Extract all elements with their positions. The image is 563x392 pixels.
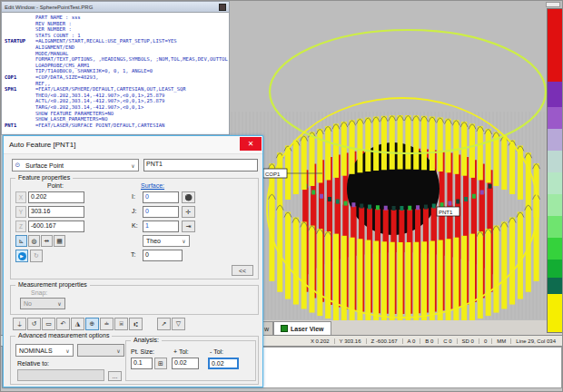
scan-bar-yellow bbox=[430, 241, 435, 320]
undo-path-button[interactable]: ↺ bbox=[27, 318, 41, 330]
program-code-area[interactable]: PART NAME : sssREV NUMBER :SER NUMBER :S… bbox=[2, 13, 229, 135]
normal-vector-icon[interactable]: ⚫ bbox=[182, 191, 195, 203]
scan-bar-yellow bbox=[390, 115, 395, 170]
code-line: SHOW_LASER_PARAMETERS=NO bbox=[5, 116, 229, 122]
point-z-input[interactable]: -600.167 bbox=[28, 220, 84, 232]
deviation-marker bbox=[360, 204, 363, 209]
point-x-input[interactable]: 0.202 bbox=[28, 191, 84, 203]
sequence-button[interactable]: ⑆ bbox=[129, 318, 143, 330]
minus-tol-input[interactable]: 0.02 bbox=[208, 358, 239, 369]
relative-to-label: Relative to: bbox=[17, 360, 49, 367]
play-icon: ▶ bbox=[18, 252, 26, 260]
regenerate-icon[interactable]: ↻ bbox=[30, 250, 43, 262]
scan-bar-yellow bbox=[430, 116, 435, 171]
feature-properties-label: Feature properties bbox=[15, 174, 73, 181]
edit-window-menu-button[interactable] bbox=[219, 4, 226, 11]
scan-bar-yellow bbox=[501, 221, 507, 309]
scan-bar-yellow bbox=[469, 234, 475, 320]
color-scale-block bbox=[548, 194, 562, 216]
scan-bar-yellow bbox=[317, 129, 322, 183]
advanced-options-group: Advanced measurement options NOMINALS ∨ … bbox=[10, 336, 259, 385]
level-button[interactable]: ≐ bbox=[100, 318, 114, 330]
scan-bar-yellow bbox=[310, 132, 315, 186]
surface-j-input[interactable]: 0 bbox=[143, 206, 179, 218]
deviation-marker bbox=[416, 205, 420, 210]
scan-bar-yellow bbox=[438, 117, 443, 172]
scan-bar-yellow bbox=[493, 226, 499, 313]
pt-size-input[interactable]: 0.1 bbox=[131, 358, 153, 369]
theo-combo[interactable]: Theo ∨ bbox=[143, 235, 190, 247]
play-button[interactable]: ▶ bbox=[15, 250, 28, 262]
t-label: T: bbox=[131, 251, 135, 258]
code-line: REV NUMBER : bbox=[5, 21, 229, 27]
target-button[interactable]: ⊕ bbox=[85, 318, 99, 330]
feature-name-input[interactable]: PNT1 bbox=[143, 159, 258, 172]
curve-move-button[interactable]: ↶ bbox=[56, 318, 70, 330]
pt-size-label: Pt. Size: bbox=[131, 348, 154, 355]
feature-properties-group: Feature properties Point: Surface: X 0.2… bbox=[10, 178, 259, 279]
scan-bar-yellow bbox=[381, 116, 387, 171]
browse-button[interactable]: ... bbox=[108, 371, 122, 381]
cop1-label: COP1 bbox=[265, 172, 281, 177]
relative-to-input[interactable] bbox=[17, 369, 104, 381]
scan-bar-yellow bbox=[325, 231, 331, 318]
plus-tol-input[interactable]: 0.02 bbox=[172, 358, 199, 369]
analysis-group: Analysis: Pt. Size: + Tol: - Tol: 0.1 ⊞ … bbox=[125, 340, 256, 381]
nominals-combo[interactable]: NOMINALS ∨ bbox=[15, 344, 74, 357]
plus-tol-label: + Tol: bbox=[173, 348, 189, 355]
code-line: ACTL/<0.202,303.14,-412.907>,<0,0,1>,25.… bbox=[5, 98, 229, 104]
code-line: FORMAT/TEXT,OPTIONS, ,HEADINGS,SYMBOLS, … bbox=[5, 56, 229, 63]
deviation-marker bbox=[344, 201, 348, 206]
dialog-titlebar[interactable]: Auto Feature [PNT1] ✕ bbox=[4, 136, 262, 154]
chevron-down-icon: ∨ bbox=[63, 348, 73, 354]
x-axis-button[interactable]: X bbox=[15, 191, 26, 203]
status-field: MM bbox=[492, 338, 511, 344]
j-label: J: bbox=[132, 208, 136, 214]
advanced-options-label: Advanced measurement options bbox=[15, 332, 112, 338]
application-window: COP1PNT1 wLaser View X 0.202Y 303.16Z -6… bbox=[0, 0, 563, 392]
snap-combo[interactable]: No ∨ bbox=[20, 298, 65, 309]
region-button[interactable]: ▭ bbox=[42, 318, 55, 330]
tab-label: w bbox=[264, 326, 269, 332]
y-axis-button[interactable]: Y bbox=[15, 206, 26, 218]
status-field: C 0 bbox=[439, 338, 457, 344]
probe-path-button[interactable]: ⍊ bbox=[13, 318, 26, 330]
deviation-marker bbox=[432, 204, 436, 209]
cross-vector-icon[interactable]: ✛ bbox=[182, 206, 195, 218]
laser-3d-view[interactable]: COP1PNT1 bbox=[230, 1, 562, 320]
point-mode-button[interactable]: ⊾ bbox=[15, 235, 27, 247]
code-line: TIP/T1A0B0C0, SHANKIJK=0, 0, 1, ANGLE=0 bbox=[5, 68, 229, 74]
close-icon[interactable]: ✕ bbox=[240, 137, 262, 151]
flip-vector-icon[interactable]: ⇥ bbox=[182, 220, 195, 232]
t-input[interactable]: 0 bbox=[143, 250, 183, 261]
collapse-button[interactable]: << bbox=[232, 265, 253, 276]
scan-bar-yellow bbox=[381, 241, 387, 320]
tab-laser-view[interactable]: Laser View bbox=[273, 321, 331, 335]
filter-edit-button[interactable]: ▽ bbox=[172, 318, 185, 330]
clip-planes-button[interactable]: ⌸ bbox=[114, 318, 128, 330]
z-axis-button[interactable]: Z bbox=[15, 220, 26, 232]
surface-k-input[interactable]: 1 bbox=[143, 220, 179, 232]
surface-i-input[interactable]: 0 bbox=[143, 191, 179, 203]
code-line: TARG/<0.202,303.14,-412.907>,<0,0,1> bbox=[5, 104, 229, 111]
pt-size-tool-icon[interactable]: ⊞ bbox=[154, 358, 167, 369]
deviation-marker bbox=[351, 202, 355, 207]
scan-bar-yellow bbox=[438, 240, 443, 320]
feature-type-combo[interactable]: ⊙ Surface Point ∨ bbox=[12, 159, 139, 172]
color-scale-block bbox=[548, 107, 562, 129]
vector-jump-button[interactable]: ↗ bbox=[157, 318, 171, 330]
offset-distance-button[interactable]: ⇸ bbox=[41, 235, 53, 247]
color-scale-block bbox=[548, 9, 562, 82]
scan-bar-yellow bbox=[461, 236, 467, 320]
code-line: SER NUMBER : bbox=[5, 26, 229, 33]
scan-bar-yellow bbox=[405, 242, 410, 320]
point-y-input[interactable]: 303.16 bbox=[28, 206, 84, 218]
scan-profile-button[interactable]: ◮ bbox=[71, 318, 84, 330]
secondary-combo[interactable]: ∨ bbox=[77, 344, 124, 357]
grid-button[interactable]: ▦ bbox=[54, 235, 65, 247]
edit-window-titlebar[interactable]: Edit Window - SpherePointTest.PRG bbox=[2, 2, 229, 13]
scan-bar-yellow bbox=[478, 231, 483, 318]
measure-order-button[interactable]: ◍ bbox=[28, 235, 40, 247]
scan-bar-yellow bbox=[405, 115, 410, 170]
scan-bar-yellow bbox=[398, 115, 403, 170]
